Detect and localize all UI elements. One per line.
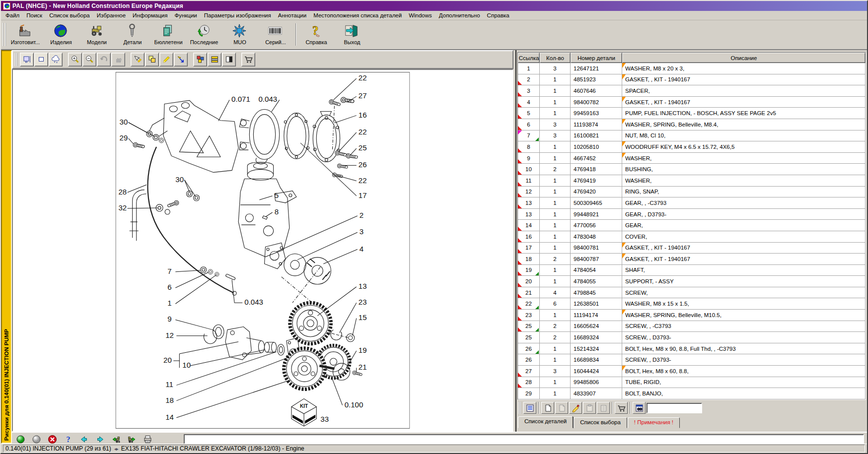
manufacturers-button[interactable]: Изготовит... bbox=[7, 21, 43, 48]
status-gray-indicator[interactable] bbox=[31, 434, 42, 445]
menu-item-местоположения-списка-деталей[interactable]: Местоположения списка деталей bbox=[310, 11, 405, 19]
table-row[interactable]: 314607646SPACER, bbox=[518, 85, 866, 97]
footer-grip[interactable] bbox=[518, 402, 521, 414]
table-row[interactable]: 7316100821NUT, M8, Cl 10, bbox=[518, 130, 866, 142]
menu-item-список-выбора[interactable]: Список выбора bbox=[46, 11, 93, 19]
table-row[interactable]: 17198400781GASKET, , KIT - 1940167 bbox=[518, 243, 866, 254]
table-row[interactable]: 2014784055SUPPORT, - ASSY bbox=[518, 276, 866, 287]
table-row[interactable]: 1114769419WASHER, bbox=[518, 175, 866, 187]
parts-button[interactable]: Детали bbox=[115, 21, 150, 48]
menu-item-избранное[interactable]: Избранное bbox=[93, 11, 129, 19]
edit-note-button[interactable] bbox=[569, 402, 582, 414]
menu-item-параметры-изображения[interactable]: Параметры изображения bbox=[201, 11, 275, 19]
draw-arrow-button[interactable] bbox=[174, 53, 188, 66]
toolbar-grip[interactable] bbox=[2, 23, 6, 46]
status-green-indicator[interactable] bbox=[15, 434, 26, 445]
help-question-icon[interactable]: ? bbox=[63, 434, 73, 445]
image-options-button[interactable] bbox=[193, 53, 207, 66]
table-row[interactable]: 214851923GASKET, , KIT - 1940167 bbox=[518, 74, 866, 86]
menu-item-дополнительно[interactable]: Дополнительно bbox=[435, 11, 484, 19]
fit-page-button[interactable] bbox=[20, 53, 34, 66]
overview-button[interactable] bbox=[49, 53, 63, 66]
add-to-cart-button[interactable] bbox=[241, 53, 255, 66]
menu-item-аннотации[interactable]: Аннотации bbox=[275, 11, 310, 19]
new-note-button[interactable] bbox=[541, 402, 554, 414]
table-row[interactable]: 131500309465GEAR, , -C3793 bbox=[518, 197, 866, 209]
table-row[interactable]: 23111194174WASHER, SPRING, Belleville, M… bbox=[518, 310, 866, 321]
find-part-button[interactable] bbox=[633, 402, 646, 414]
table-row[interactable]: 5199459163PUMP, FUEL INJECTION, - BOSCH,… bbox=[518, 108, 866, 119]
products-button[interactable]: Изделия bbox=[43, 21, 79, 48]
close-drawing-icon[interactable] bbox=[47, 434, 58, 445]
bulletins-button[interactable]: Бюллетени bbox=[150, 21, 186, 48]
menu-item-информация[interactable]: Информация bbox=[129, 11, 171, 19]
table-row[interactable]: 27316044424BOLT, Hex, M8 x 60, 8.8, bbox=[518, 366, 866, 377]
table-row[interactable]: 2144798845SCREW, bbox=[518, 287, 866, 299]
copy-region-button[interactable] bbox=[145, 53, 159, 66]
menu-item-справка[interactable]: Справка bbox=[484, 11, 513, 19]
ref-cell: 4 bbox=[518, 97, 540, 108]
menu-item-функции[interactable]: Функции bbox=[171, 11, 200, 19]
zoom-out-button[interactable] bbox=[82, 53, 96, 66]
tab-2[interactable]: ! Примечания ! bbox=[628, 417, 680, 428]
table-row[interactable]: 26116689834SCREW, , D3793- bbox=[518, 354, 866, 366]
drawing-canvas[interactable]: KIT 222716222526221723413231519210.10033… bbox=[12, 69, 513, 432]
undo-button[interactable] bbox=[97, 53, 111, 66]
drawing-toolbar-grip[interactable] bbox=[15, 53, 17, 66]
zoom-in-button[interactable] bbox=[68, 53, 82, 66]
exit-button[interactable]: Выход bbox=[334, 21, 370, 48]
pan-button[interactable] bbox=[111, 53, 125, 66]
tab-1[interactable]: Список выбора bbox=[574, 417, 627, 428]
table-row[interactable]: 26115214324BOLT, Hex, M8 x 90, 8.8, Full… bbox=[518, 343, 866, 355]
part-filter-input[interactable] bbox=[647, 403, 702, 413]
table-row[interactable]: 1914784054SHAFT, bbox=[518, 265, 866, 276]
invert-button[interactable] bbox=[222, 53, 236, 66]
table-row[interactable]: 22612638501WASHER, M8 x 15 x 1.5, bbox=[518, 298, 866, 310]
column-header-0[interactable]: Ссылка bbox=[518, 53, 540, 63]
table-row[interactable]: 1312647121WASHER, M8 x 20 x 3, bbox=[518, 63, 866, 74]
copy-note-button[interactable] bbox=[555, 402, 568, 414]
table-row[interactable]: 25216689324SCREW, , D3793- bbox=[518, 332, 866, 343]
prev-model-button[interactable] bbox=[110, 434, 121, 445]
status-model-context: EX135 FIAT-HITACHI CRAWLER EXCAVATOR (1/… bbox=[121, 445, 304, 452]
table-row[interactable]: 13199448921GEAR, , D3793- bbox=[518, 209, 866, 220]
table-row[interactable]: 25216605624SCREW, , -C3793 bbox=[518, 321, 866, 332]
layers-button[interactable] bbox=[208, 53, 221, 66]
models-button[interactable]: Модели bbox=[79, 21, 115, 48]
list-view-button[interactable] bbox=[523, 402, 536, 414]
command-input[interactable] bbox=[184, 434, 864, 444]
cart-button[interactable] bbox=[615, 402, 628, 414]
table-row[interactable]: 1214769420RING, SNAP, bbox=[518, 187, 866, 198]
table-row[interactable]: 28199485806TUBE, RIGID, bbox=[518, 377, 866, 389]
table-row[interactable]: 18298400787GASKET, , KIT - 1940167 bbox=[518, 254, 866, 265]
column-header-3[interactable]: Описание bbox=[622, 53, 866, 63]
table-row[interactable]: 2914833907BOLT, BANJO, bbox=[518, 388, 866, 399]
drawing-side-strip[interactable]: Рисунки для 0.140(01) INJECTION PUMP bbox=[1, 50, 12, 444]
recent-button[interactable]: Последние bbox=[186, 21, 222, 48]
table-row[interactable]: 6311193874WASHER, SPRING, Belleville, M8… bbox=[518, 119, 866, 130]
table-row[interactable]: 1614783048COVER, bbox=[518, 231, 866, 243]
print-button[interactable] bbox=[142, 434, 153, 445]
serial-button[interactable]: Серий... bbox=[258, 21, 293, 48]
highlighter-button[interactable] bbox=[159, 53, 173, 66]
column-header-2[interactable]: Номер детали bbox=[571, 53, 622, 63]
table-row[interactable]: 914667452WASHER, bbox=[518, 153, 866, 164]
menu-item-windows[interactable]: Windows bbox=[405, 11, 435, 19]
table-row[interactable]: 1024769418BUSHING, bbox=[518, 164, 866, 175]
back-arrow-button[interactable] bbox=[78, 434, 89, 445]
help-button[interactable]: ?Справка bbox=[298, 21, 334, 48]
annotate-button[interactable] bbox=[131, 53, 145, 66]
fit-width-button[interactable] bbox=[34, 53, 48, 66]
menu-item-поиск[interactable]: Поиск bbox=[23, 11, 46, 19]
forward-arrow-button[interactable] bbox=[94, 434, 105, 445]
column-header-1[interactable]: Кол-во bbox=[540, 53, 571, 63]
table-row[interactable]: 1414770056GEAR, bbox=[518, 220, 866, 231]
tab-0[interactable]: Список деталей bbox=[518, 416, 573, 428]
muo-button[interactable]: MUO bbox=[222, 21, 258, 48]
paste-note-button[interactable] bbox=[583, 402, 596, 414]
next-model-button[interactable] bbox=[126, 434, 137, 445]
delete-note-button[interactable] bbox=[597, 402, 610, 414]
table-row[interactable]: 8110205810WOODRUFF KEY, M4 x 6.5 x 15.72… bbox=[518, 141, 866, 153]
table-row[interactable]: 4198400782GASKET, , KIT - 1940167 bbox=[518, 97, 866, 108]
menu-item-файл[interactable]: Файл bbox=[2, 11, 23, 19]
